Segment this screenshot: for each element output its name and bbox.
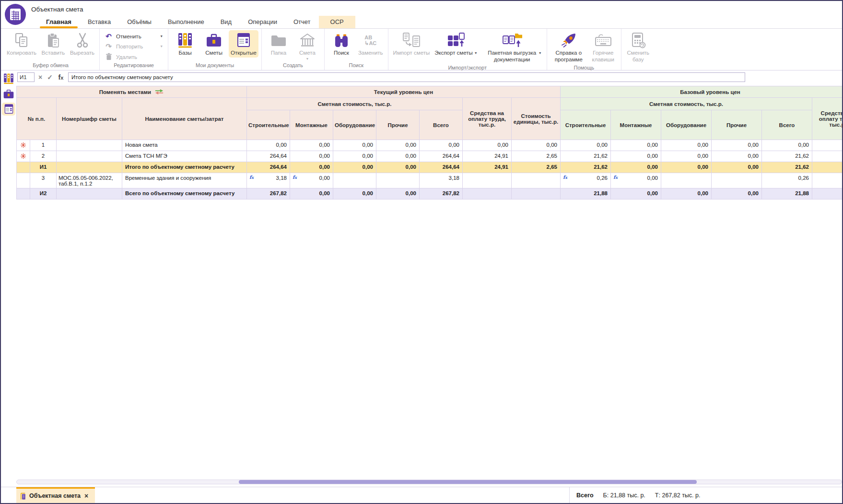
cell[interactable]: 267,82: [420, 188, 463, 199]
cell[interactable]: 0,00: [712, 140, 762, 151]
cell[interactable]: 24,91: [463, 151, 512, 162]
import-estimate-button[interactable]: Импорт сметы: [391, 30, 432, 58]
cell[interactable]: 0,26: [762, 173, 812, 188]
table-row[interactable]: 3МОС.05.05-006.2022, таб.В.1, п.1.2Време…: [17, 173, 843, 188]
paste-button[interactable]: Вставить: [39, 30, 67, 58]
cell[interactable]: [463, 173, 512, 188]
cell[interactable]: 0,00: [611, 151, 661, 162]
cell[interactable]: 3,18: [420, 173, 463, 188]
column-header[interactable]: Монтажные: [611, 110, 661, 140]
cell[interactable]: [812, 151, 843, 162]
cell[interactable]: 0,00: [333, 188, 376, 199]
tab-vstavka[interactable]: Вставка: [80, 16, 119, 28]
formula-cancel-icon[interactable]: ×: [36, 74, 44, 81]
cell[interactable]: И1: [30, 162, 57, 173]
table-row[interactable]: 2Смета ТСН МГЭ264,640,000,000,00264,6424…: [17, 151, 843, 162]
cell[interactable]: Всего по объектному сметному расчету: [122, 188, 247, 199]
column-header[interactable]: Монтажные: [290, 110, 333, 140]
formula-input[interactable]: [68, 72, 745, 82]
column-header[interactable]: Всего: [762, 110, 812, 140]
close-icon[interactable]: ×: [84, 492, 88, 499]
cell[interactable]: fx0,26: [561, 173, 611, 188]
column-header-name[interactable]: Наименование сметы/затрат: [122, 98, 247, 140]
insert-function-icon[interactable]: fx: [56, 73, 66, 81]
chevron-down-icon[interactable]: ▼: [160, 35, 163, 38]
tab-vypolnenie[interactable]: Выполнение: [160, 16, 212, 28]
cell[interactable]: [17, 162, 30, 173]
column-header[interactable]: Прочие: [376, 110, 420, 140]
cell[interactable]: Новая смета: [122, 140, 247, 151]
cell[interactable]: [812, 173, 843, 188]
cell[interactable]: 21,88: [762, 188, 812, 199]
cell[interactable]: fx3,18: [247, 173, 290, 188]
cell[interactable]: Смета ТСН МГЭ: [122, 151, 247, 162]
cell[interactable]: 0,00: [661, 140, 712, 151]
tab-operacii[interactable]: Операции: [240, 16, 285, 28]
rail-estimates-button[interactable]: [2, 87, 15, 100]
table-row[interactable]: 1Новая смета0,000,000,000,000,000,000,00…: [17, 140, 843, 151]
cell[interactable]: 0,00: [712, 162, 762, 173]
cell[interactable]: И2: [30, 188, 57, 199]
cell[interactable]: 0,00: [762, 140, 812, 151]
column-header-code[interactable]: Номер/шифр сметы: [57, 98, 122, 140]
cell[interactable]: 0,00: [290, 162, 333, 173]
cell[interactable]: 0,00: [661, 188, 712, 199]
tab-osr[interactable]: ОСР: [319, 16, 355, 28]
change-base-button[interactable]: Сменить базу: [624, 30, 652, 64]
cell[interactable]: [17, 140, 30, 151]
cell[interactable]: 264,64: [247, 162, 290, 173]
column-header[interactable]: Прочие: [712, 110, 762, 140]
cell[interactable]: [57, 162, 122, 173]
cell[interactable]: Итого по объектному сметному расчету: [122, 162, 247, 173]
estimates-button[interactable]: Сметы: [200, 30, 228, 58]
cell[interactable]: [463, 188, 512, 199]
batch-export-button[interactable]: Пакетная выгрузка документации ▼: [480, 30, 544, 64]
cell[interactable]: [661, 173, 712, 188]
cell[interactable]: [812, 188, 843, 199]
cell[interactable]: 0,00: [290, 151, 333, 162]
swap-columns-header[interactable]: Поменять местами: [17, 86, 247, 98]
rail-bases-button[interactable]: [2, 72, 15, 85]
cell[interactable]: 0,00: [290, 140, 333, 151]
cell[interactable]: 0,00: [333, 151, 376, 162]
redo-button[interactable]: ↷ Повторить ▼: [105, 43, 163, 50]
cell[interactable]: 267,82: [247, 188, 290, 199]
column-header[interactable]: Всего: [420, 110, 463, 140]
cell[interactable]: 3: [30, 173, 57, 188]
copy-button[interactable]: Копировать: [5, 30, 38, 58]
cell[interactable]: 0,00: [290, 188, 333, 199]
tab-vid[interactable]: Вид: [212, 16, 240, 28]
cell[interactable]: 2,65: [512, 151, 561, 162]
cell[interactable]: [57, 188, 122, 199]
cell[interactable]: 21,62: [762, 162, 812, 173]
cell[interactable]: [57, 151, 122, 162]
cell[interactable]: fx0,00: [290, 173, 333, 188]
cell[interactable]: 1: [30, 140, 57, 151]
cell[interactable]: 264,64: [247, 151, 290, 162]
cell[interactable]: [17, 173, 30, 188]
cell[interactable]: 21,62: [561, 151, 611, 162]
column-header[interactable]: Оборудование: [333, 110, 376, 140]
horizontal-scrollbar[interactable]: [16, 480, 842, 484]
cell[interactable]: 24,91: [463, 162, 512, 173]
cell[interactable]: 0,00: [247, 140, 290, 151]
cell[interactable]: fx0,00: [611, 173, 661, 188]
chevron-down-icon[interactable]: ▼: [305, 57, 309, 60]
search-button[interactable]: Поиск: [328, 30, 355, 58]
tab-otchet[interactable]: Отчет: [285, 16, 319, 28]
column-header-num[interactable]: № п.п.: [17, 98, 57, 140]
column-header-unit-cost[interactable]: Стоимость единицы, тыс.р.: [512, 98, 561, 140]
cell[interactable]: 264,64: [420, 162, 463, 173]
column-header[interactable]: Строительные: [561, 110, 611, 140]
column-header[interactable]: Оборудование: [661, 110, 712, 140]
help-about-button[interactable]: Справка о программе: [550, 30, 587, 64]
cell[interactable]: 0,00: [512, 140, 561, 151]
cell[interactable]: 0,00: [376, 188, 420, 199]
cell[interactable]: [512, 188, 561, 199]
cell[interactable]: 2: [30, 151, 57, 162]
cell[interactable]: 21,62: [561, 162, 611, 173]
chevron-down-icon[interactable]: ▼: [539, 51, 542, 55]
cell[interactable]: [57, 140, 122, 151]
export-estimate-button[interactable]: Экспорт сметы ▼: [433, 30, 480, 58]
formula-confirm-icon[interactable]: ✓: [46, 74, 54, 81]
